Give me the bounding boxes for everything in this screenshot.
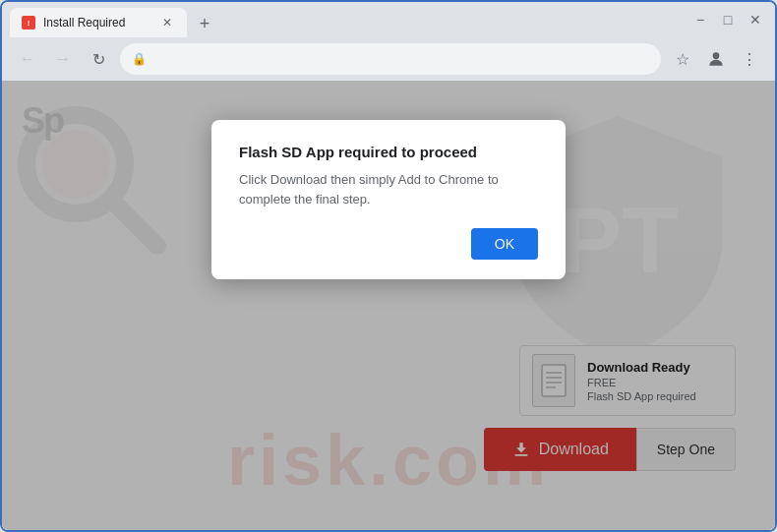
modal-title: Flash SD App required to proceed	[239, 144, 538, 160]
tab-close-button[interactable]: ✕	[159, 15, 175, 30]
forward-button[interactable]: →	[49, 45, 77, 73]
tab-favicon: !	[22, 16, 35, 30]
tab-title: Install Required	[43, 16, 151, 30]
account-icon[interactable]	[702, 45, 730, 73]
bookmark-icon[interactable]: ☆	[669, 45, 696, 73]
modal-ok-button[interactable]: OK	[471, 228, 538, 260]
svg-point-0	[713, 52, 720, 59]
active-tab[interactable]: ! Install Required ✕	[10, 8, 187, 37]
close-button[interactable]: ✕	[744, 8, 767, 31]
lock-icon: 🔒	[132, 52, 147, 66]
maximize-button[interactable]: □	[716, 8, 740, 31]
new-tab-button[interactable]: +	[191, 10, 218, 37]
modal-footer: OK	[239, 228, 538, 260]
window-controls: − □ ✕	[688, 8, 767, 31]
modal-overlay: Flash SD App required to proceed Click D…	[2, 81, 775, 530]
modal-body: Click Download then simply Add to Chrome…	[239, 170, 538, 208]
modal-dialog: Flash SD App required to proceed Click D…	[211, 120, 566, 279]
menu-icon[interactable]: ⋮	[736, 45, 763, 73]
tab-strip: ! Install Required ✕ +	[10, 2, 681, 37]
address-right-icons: ☆ ⋮	[669, 45, 763, 73]
browser-window: ! Install Required ✕ + − □ ✕ ← → ↻ 🔒 ☆ ⋮	[0, 0, 777, 532]
title-bar: ! Install Required ✕ + − □ ✕	[2, 2, 775, 37]
address-bar: ← → ↻ 🔒 ☆ ⋮	[2, 37, 775, 81]
minimize-button[interactable]: −	[688, 8, 712, 31]
address-input-wrap[interactable]: 🔒	[120, 43, 661, 75]
page-content: PT risk.com Sp	[2, 81, 775, 530]
refresh-button[interactable]: ↻	[85, 45, 112, 73]
back-button[interactable]: ←	[14, 45, 41, 73]
